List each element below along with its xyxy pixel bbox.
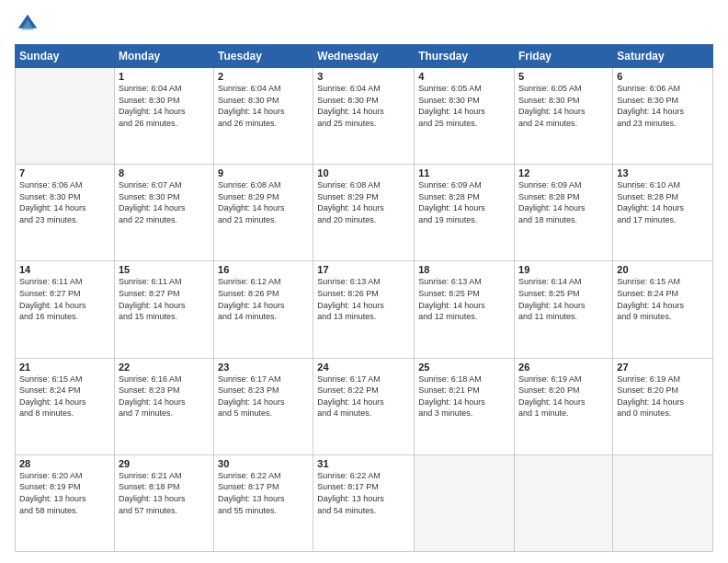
logo-icon — [15, 11, 40, 37]
day-cell: 29Sunrise: 6:21 AM Sunset: 8:18 PM Dayli… — [114, 454, 213, 551]
day-cell: 15Sunrise: 6:11 AM Sunset: 8:27 PM Dayli… — [114, 261, 213, 358]
day-info: Sunrise: 6:05 AM Sunset: 8:30 PM Dayligh… — [418, 83, 510, 129]
day-number: 1 — [119, 71, 210, 82]
day-number: 6 — [617, 71, 709, 82]
day-cell: 5Sunrise: 6:05 AM Sunset: 8:30 PM Daylig… — [515, 68, 613, 165]
day-cell: 27Sunrise: 6:19 AM Sunset: 8:20 PM Dayli… — [613, 358, 713, 454]
col-header-wednesday: Wednesday — [313, 45, 415, 68]
day-cell — [613, 454, 713, 551]
day-info: Sunrise: 6:18 AM Sunset: 8:21 PM Dayligh… — [418, 373, 510, 419]
day-cell: 16Sunrise: 6:12 AM Sunset: 8:26 PM Dayli… — [214, 261, 313, 358]
day-number: 18 — [418, 264, 510, 275]
day-info: Sunrise: 6:04 AM Sunset: 8:30 PM Dayligh… — [317, 83, 410, 129]
col-header-tuesday: Tuesday — [214, 45, 313, 68]
day-cell: 18Sunrise: 6:13 AM Sunset: 8:25 PM Dayli… — [415, 261, 515, 358]
col-header-saturday: Saturday — [613, 45, 713, 68]
day-info: Sunrise: 6:06 AM Sunset: 8:30 PM Dayligh… — [617, 83, 709, 129]
day-cell: 12Sunrise: 6:09 AM Sunset: 8:28 PM Dayli… — [515, 165, 613, 261]
day-number: 29 — [119, 458, 210, 469]
day-number: 25 — [418, 362, 510, 373]
day-cell: 11Sunrise: 6:09 AM Sunset: 8:28 PM Dayli… — [415, 165, 515, 261]
day-number: 2 — [218, 71, 309, 82]
logo — [15, 11, 44, 37]
day-number: 26 — [518, 362, 609, 373]
day-number: 15 — [119, 264, 210, 275]
day-info: Sunrise: 6:05 AM Sunset: 8:30 PM Dayligh… — [518, 83, 609, 129]
day-cell: 3Sunrise: 6:04 AM Sunset: 8:30 PM Daylig… — [313, 68, 415, 165]
day-number: 10 — [317, 167, 410, 178]
day-number: 4 — [418, 71, 510, 82]
day-cell: 26Sunrise: 6:19 AM Sunset: 8:20 PM Dayli… — [515, 358, 613, 454]
day-info: Sunrise: 6:17 AM Sunset: 8:22 PM Dayligh… — [317, 373, 410, 419]
day-cell: 7Sunrise: 6:06 AM Sunset: 8:30 PM Daylig… — [16, 165, 115, 261]
day-number: 24 — [317, 362, 410, 373]
day-info: Sunrise: 6:14 AM Sunset: 8:25 PM Dayligh… — [518, 276, 609, 322]
day-info: Sunrise: 6:10 AM Sunset: 8:28 PM Dayligh… — [617, 179, 709, 225]
day-info: Sunrise: 6:13 AM Sunset: 8:26 PM Dayligh… — [317, 276, 410, 322]
col-header-friday: Friday — [515, 45, 613, 68]
day-cell — [16, 68, 115, 165]
day-number: 5 — [518, 71, 609, 82]
col-header-monday: Monday — [114, 45, 213, 68]
day-info: Sunrise: 6:06 AM Sunset: 8:30 PM Dayligh… — [19, 179, 110, 225]
day-number: 30 — [218, 458, 309, 469]
day-info: Sunrise: 6:13 AM Sunset: 8:25 PM Dayligh… — [418, 276, 510, 322]
week-row-2: 7Sunrise: 6:06 AM Sunset: 8:30 PM Daylig… — [16, 165, 713, 261]
day-cell: 2Sunrise: 6:04 AM Sunset: 8:30 PM Daylig… — [214, 68, 313, 165]
day-info: Sunrise: 6:19 AM Sunset: 8:20 PM Dayligh… — [518, 373, 609, 419]
day-cell: 17Sunrise: 6:13 AM Sunset: 8:26 PM Dayli… — [313, 261, 415, 358]
day-cell: 14Sunrise: 6:11 AM Sunset: 8:27 PM Dayli… — [16, 261, 115, 358]
week-row-5: 28Sunrise: 6:20 AM Sunset: 8:19 PM Dayli… — [16, 454, 713, 551]
day-info: Sunrise: 6:09 AM Sunset: 8:28 PM Dayligh… — [518, 179, 609, 225]
page: SundayMondayTuesdayWednesdayThursdayFrid… — [0, 0, 728, 563]
header — [15, 11, 713, 37]
day-info: Sunrise: 6:20 AM Sunset: 8:19 PM Dayligh… — [19, 470, 110, 516]
day-cell: 8Sunrise: 6:07 AM Sunset: 8:30 PM Daylig… — [114, 165, 213, 261]
day-info: Sunrise: 6:15 AM Sunset: 8:24 PM Dayligh… — [19, 373, 110, 419]
week-row-3: 14Sunrise: 6:11 AM Sunset: 8:27 PM Dayli… — [16, 261, 713, 358]
day-number: 3 — [317, 71, 410, 82]
day-number: 28 — [19, 458, 110, 469]
day-number: 19 — [518, 264, 609, 275]
header-row: SundayMondayTuesdayWednesdayThursdayFrid… — [16, 45, 713, 68]
day-cell — [515, 454, 613, 551]
day-info: Sunrise: 6:17 AM Sunset: 8:23 PM Dayligh… — [218, 373, 309, 419]
day-cell: 9Sunrise: 6:08 AM Sunset: 8:29 PM Daylig… — [214, 165, 313, 261]
day-cell — [415, 454, 515, 551]
day-cell: 31Sunrise: 6:22 AM Sunset: 8:17 PM Dayli… — [313, 454, 415, 551]
day-cell: 30Sunrise: 6:22 AM Sunset: 8:17 PM Dayli… — [214, 454, 313, 551]
day-cell: 20Sunrise: 6:15 AM Sunset: 8:24 PM Dayli… — [613, 261, 713, 358]
day-cell: 28Sunrise: 6:20 AM Sunset: 8:19 PM Dayli… — [16, 454, 115, 551]
day-cell: 6Sunrise: 6:06 AM Sunset: 8:30 PM Daylig… — [613, 68, 713, 165]
day-cell: 25Sunrise: 6:18 AM Sunset: 8:21 PM Dayli… — [415, 358, 515, 454]
day-info: Sunrise: 6:11 AM Sunset: 8:27 PM Dayligh… — [119, 276, 210, 322]
day-number: 23 — [218, 362, 309, 373]
day-number: 14 — [19, 264, 110, 275]
day-number: 17 — [317, 264, 410, 275]
day-cell: 10Sunrise: 6:08 AM Sunset: 8:29 PM Dayli… — [313, 165, 415, 261]
day-info: Sunrise: 6:07 AM Sunset: 8:30 PM Dayligh… — [119, 179, 210, 225]
day-info: Sunrise: 6:08 AM Sunset: 8:29 PM Dayligh… — [218, 179, 309, 225]
day-number: 7 — [19, 167, 110, 178]
day-info: Sunrise: 6:04 AM Sunset: 8:30 PM Dayligh… — [119, 83, 210, 129]
day-number: 13 — [617, 167, 709, 178]
day-cell: 19Sunrise: 6:14 AM Sunset: 8:25 PM Dayli… — [515, 261, 613, 358]
day-cell: 4Sunrise: 6:05 AM Sunset: 8:30 PM Daylig… — [415, 68, 515, 165]
calendar-table: SundayMondayTuesdayWednesdayThursdayFrid… — [15, 44, 713, 552]
day-info: Sunrise: 6:15 AM Sunset: 8:24 PM Dayligh… — [617, 276, 709, 322]
day-number: 20 — [617, 264, 709, 275]
day-number: 16 — [218, 264, 309, 275]
day-info: Sunrise: 6:16 AM Sunset: 8:23 PM Dayligh… — [119, 373, 210, 419]
day-cell: 21Sunrise: 6:15 AM Sunset: 8:24 PM Dayli… — [16, 358, 115, 454]
day-info: Sunrise: 6:11 AM Sunset: 8:27 PM Dayligh… — [19, 276, 110, 322]
day-info: Sunrise: 6:12 AM Sunset: 8:26 PM Dayligh… — [218, 276, 309, 322]
week-row-1: 1Sunrise: 6:04 AM Sunset: 8:30 PM Daylig… — [16, 68, 713, 165]
day-info: Sunrise: 6:09 AM Sunset: 8:28 PM Dayligh… — [418, 179, 510, 225]
day-number: 8 — [119, 167, 210, 178]
day-info: Sunrise: 6:22 AM Sunset: 8:17 PM Dayligh… — [218, 470, 309, 516]
day-info: Sunrise: 6:19 AM Sunset: 8:20 PM Dayligh… — [617, 373, 709, 419]
col-header-sunday: Sunday — [16, 45, 115, 68]
day-number: 12 — [518, 167, 609, 178]
day-number: 27 — [617, 362, 709, 373]
day-cell: 22Sunrise: 6:16 AM Sunset: 8:23 PM Dayli… — [114, 358, 213, 454]
